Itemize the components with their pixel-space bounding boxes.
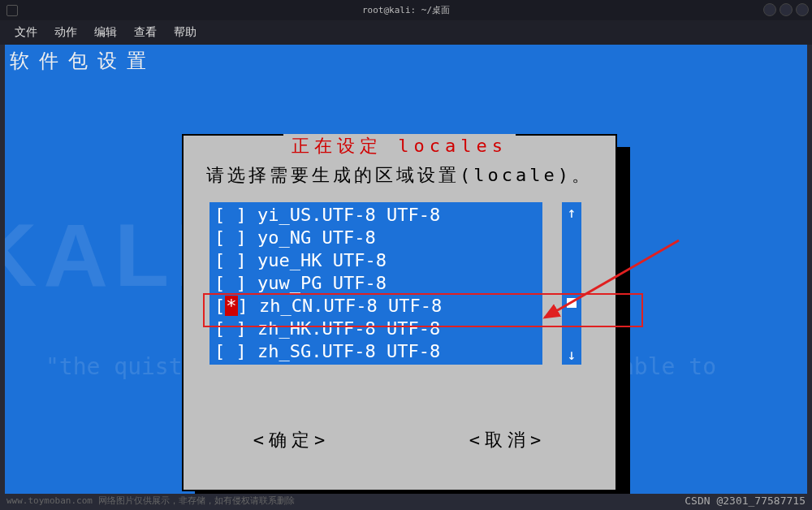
list-item[interactable]: [ ] yuw_PG UTF-8 — [214, 272, 538, 295]
menubar: 文件 动作 编辑 查看 帮助 — [0, 20, 812, 45]
watermark-left: www.toymoban.com 网络图片仅供展示，非存储，如有侵权请联系删除 — [6, 495, 295, 507]
list-item[interactable]: [ ] zh_SG.UTF-8 UTF-8 — [214, 340, 538, 363]
locale-listbox[interactable]: [ ] yi_US.UTF-8 UTF-8 [ ] yo_NG UTF-8 [ … — [209, 202, 542, 365]
cancel-button[interactable]: <取消> — [469, 428, 546, 452]
package-config-header: 软件包设置 — [10, 48, 156, 74]
list-item[interactable]: [ ] yue_HK UTF-8 — [214, 249, 538, 272]
terminal-area: KALI LINUX "the quister you become, the … — [5, 45, 807, 494]
window-title: root@kali: ~/桌面 — [362, 4, 450, 16]
menu-view[interactable]: 查看 — [127, 23, 163, 42]
window-controls — [763, 3, 809, 16]
dialog-prompt: 请选择需要生成的区域设置(locale)。 — [200, 163, 599, 188]
scroll-thumb[interactable] — [567, 298, 577, 308]
window-titlebar: root@kali: ~/桌面 — [0, 0, 812, 20]
menu-help[interactable]: 帮助 — [167, 23, 203, 42]
checkbox-asterisk-icon: * — [225, 296, 237, 316]
listbox-scrollbar[interactable]: ↑ ↓ — [562, 202, 581, 365]
app-icon — [6, 5, 18, 16]
locales-dialog: 正在设定 locales 请选择需要生成的区域设置(locale)。 [ ] y… — [182, 134, 617, 491]
dialog-buttons: <确定> <取消> — [184, 428, 615, 452]
close-button[interactable] — [796, 3, 809, 16]
menu-edit[interactable]: 编辑 — [88, 23, 123, 42]
list-item[interactable]: [ ] yo_NG UTF-8 — [214, 227, 538, 249]
titlebar-left — [6, 5, 18, 16]
ok-button[interactable]: <确定> — [253, 428, 330, 452]
watermark-right: CSDN @2301_77587715 — [685, 495, 806, 507]
maximize-button[interactable] — [780, 3, 793, 16]
menu-file[interactable]: 文件 — [8, 23, 44, 42]
list-item-selected[interactable]: [*] zh_CN.UTF-8 UTF-8 — [214, 295, 538, 318]
scroll-down-icon[interactable]: ↓ — [568, 346, 577, 363]
scroll-up-icon[interactable]: ↑ — [568, 204, 577, 221]
minimize-button[interactable] — [763, 3, 776, 16]
list-item[interactable]: [ ] yi_US.UTF-8 UTF-8 — [214, 204, 538, 227]
list-item[interactable]: [ ] zh_HK.UTF-8 UTF-8 — [214, 318, 538, 340]
menu-action[interactable]: 动作 — [48, 23, 84, 42]
dialog-title: 正在设定 locales — [283, 134, 516, 158]
